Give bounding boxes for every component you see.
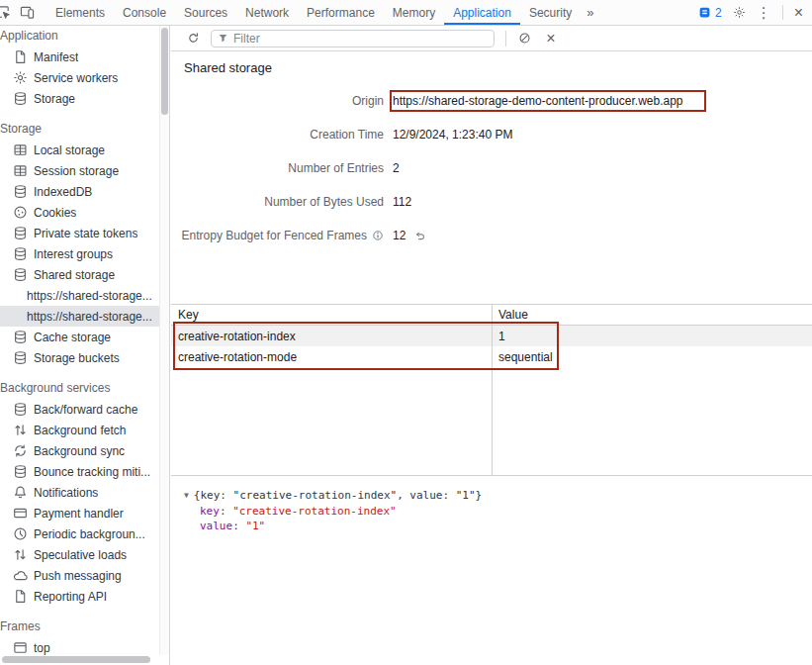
sidebar-item-label: Push messaging (34, 569, 122, 583)
section-title-application: Application (0, 26, 169, 47)
entropy-budget-value: 12 (393, 229, 426, 242)
preview-summary-line[interactable]: ▼{key: "creative-rotation-index", value:… (184, 488, 812, 504)
payment-card-icon (13, 506, 28, 521)
issues-icon (698, 6, 711, 19)
sidebar-item-cookies[interactable]: Cookies (0, 202, 169, 223)
sidebar-vertical-scrollbar-thumb[interactable] (161, 28, 168, 115)
tabbar-right-controls: 2 ⋮ × (698, 0, 812, 25)
toolbar-divider (505, 31, 506, 47)
field-label-text: Entropy Budget for Fenced Frames (182, 229, 367, 242)
sidebar-horizontal-scrollbar-thumb[interactable] (2, 656, 150, 663)
issues-count: 2 (715, 6, 722, 20)
bytes-used-value: 112 (393, 195, 411, 209)
entries-count-value: 2 (393, 161, 400, 175)
field-label: Creation Time (171, 128, 384, 142)
devtools-tabbar: Elements Console Sources Network Perform… (0, 0, 812, 26)
tab-security[interactable]: Security (520, 0, 581, 25)
sidebar-item-label: Private state tokens (34, 227, 137, 240)
tab-application[interactable]: Application (444, 0, 520, 25)
tab-console[interactable]: Console (114, 0, 175, 25)
reset-budget-icon[interactable] (414, 230, 426, 241)
sidebar-item-shared-storage-origin-1[interactable]: https://shared-storage... (0, 285, 169, 306)
sidebar-item-label: Notifications (34, 486, 98, 500)
sidebar-item-speculative-loads[interactable]: Speculative loads (0, 544, 169, 565)
tab-elements[interactable]: Elements (46, 0, 114, 25)
delete-selected-button[interactable]: × (542, 30, 560, 48)
property-name: value (200, 520, 245, 532)
sidebar-item-label: Service workers (34, 71, 118, 85)
field-entropy-budget: Entropy Budget for Fenced Frames 12 (171, 219, 812, 252)
sidebar-item-label: Cache storage (34, 331, 111, 344)
sidebar-item-notifications[interactable]: Notifications (0, 482, 169, 503)
column-divider[interactable] (492, 305, 493, 475)
sidebar-item-storage[interactable]: Storage (0, 88, 169, 109)
sidebar-item-periodic-background-sync[interactable]: Periodic backgroun... (0, 523, 169, 544)
field-bytes-used: Number of Bytes Used 112 (171, 185, 812, 219)
device-toolbar-icon[interactable] (20, 5, 35, 20)
application-sidebar: Application Manifest Service workers Sto… (0, 26, 170, 665)
collapse-triangle-icon[interactable]: ▼ (184, 488, 189, 504)
filter-input[interactable] (233, 32, 488, 46)
field-number-of-entries: Number of Entries 2 (171, 151, 812, 185)
close-devtools-icon[interactable]: × (794, 5, 803, 21)
sidebar-item-label: Back/forward cache (34, 403, 137, 417)
tab-network[interactable]: Network (236, 0, 298, 25)
sidebar-item-label: Reporting API (34, 590, 107, 604)
sidebar-item-label: Session storage (34, 164, 119, 178)
document-icon (13, 589, 28, 604)
property-value: "1" (245, 520, 265, 532)
sidebar-item-manifest[interactable]: Manifest (0, 47, 169, 67)
sidebar-item-background-fetch[interactable]: Background fetch (0, 420, 169, 440)
sidebar-item-back-forward-cache[interactable]: Back/forward cache (0, 399, 169, 420)
sidebar-item-payment-handler[interactable]: Payment handler (0, 503, 169, 523)
up-down-arrows-icon (13, 547, 28, 562)
section-application: Application Manifest Service workers Sto… (0, 26, 169, 109)
sidebar-item-reporting-api[interactable]: Reporting API (0, 586, 169, 607)
info-icon[interactable] (372, 230, 384, 241)
refresh-icon (187, 32, 200, 45)
more-options-icon[interactable]: ⋮ (757, 5, 771, 20)
sidebar-item-label: Manifest (34, 50, 78, 64)
sidebar-item-label: Background fetch (34, 424, 126, 437)
sidebar-item-label: Cookies (34, 206, 76, 220)
database-icon (13, 226, 28, 240)
settings-gear-icon[interactable] (733, 6, 746, 19)
column-header-key[interactable]: Key (171, 308, 492, 322)
section-background-services: Background services Back/forward cache B… (0, 378, 169, 607)
column-header-value[interactable]: Value (492, 308, 528, 322)
issues-counter[interactable]: 2 (698, 6, 722, 20)
sidebar-item-label: Speculative loads (34, 548, 127, 562)
cell-value: sequential (492, 350, 553, 364)
cell-key: creative-rotation-mode (171, 350, 492, 364)
more-tabs-icon[interactable]: » (581, 0, 599, 25)
page-title: Shared storage (184, 60, 812, 78)
sidebar-item-interest-groups[interactable]: Interest groups (0, 243, 169, 264)
sidebar-item-top-frame[interactable]: top (0, 637, 169, 658)
sidebar-item-background-sync[interactable]: Background sync (0, 440, 169, 461)
sidebar-item-push-messaging[interactable]: Push messaging (0, 565, 169, 586)
sync-arrows-icon (13, 443, 28, 458)
field-label: Number of Entries (171, 161, 384, 175)
database-icon (13, 350, 28, 365)
tab-sources[interactable]: Sources (175, 0, 236, 25)
inspect-element-icon[interactable] (0, 5, 11, 20)
sidebar-item-service-workers[interactable]: Service workers (0, 67, 169, 88)
cell-key: creative-rotation-index (171, 330, 492, 343)
delete-all-button[interactable] (515, 30, 533, 48)
tab-performance[interactable]: Performance (298, 0, 384, 25)
filter-funnel-icon (218, 33, 228, 44)
service-worker-icon (13, 70, 28, 85)
tab-memory[interactable]: Memory (384, 0, 444, 25)
sidebar-item-shared-storage-origin-2-selected[interactable]: https://shared-storage... (0, 306, 169, 327)
sidebar-item-shared-storage[interactable]: Shared storage (0, 264, 169, 285)
sidebar-item-private-state-tokens[interactable]: Private state tokens (0, 223, 169, 243)
block-icon (518, 32, 531, 45)
sidebar-item-storage-buckets[interactable]: Storage buckets (0, 347, 169, 368)
sidebar-item-session-storage[interactable]: Session storage (0, 160, 169, 181)
sidebar-item-cache-storage[interactable]: Cache storage (0, 327, 169, 347)
sidebar-item-local-storage[interactable]: Local storage (0, 140, 169, 160)
refresh-button[interactable] (184, 30, 202, 48)
sidebar-item-bounce-tracking-mitigations[interactable]: Bounce tracking miti... (0, 461, 169, 482)
sidebar-item-indexeddb[interactable]: IndexedDB (0, 181, 169, 202)
sidebar-vertical-scrollbar-track (159, 26, 169, 655)
